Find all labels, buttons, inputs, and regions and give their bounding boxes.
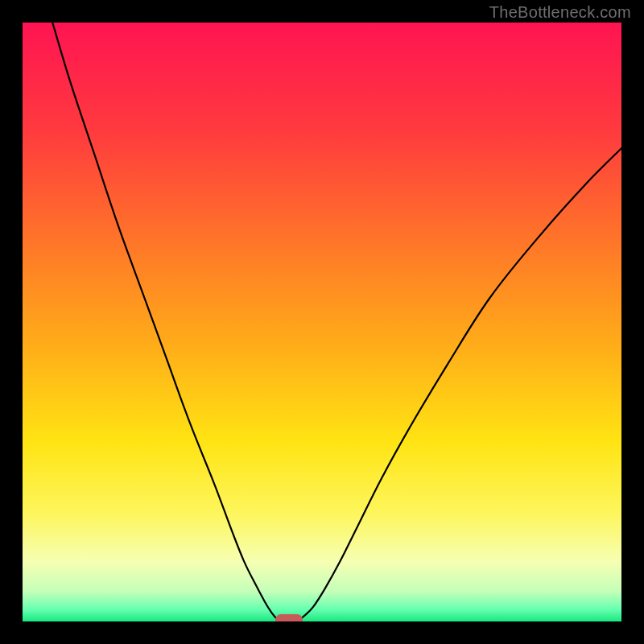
curve-left (52, 23, 280, 621)
curve-right (298, 148, 621, 621)
curve-layer (23, 23, 621, 621)
outer-frame: TheBottleneck.com (0, 0, 644, 644)
plot-area (23, 23, 621, 621)
watermark-text: TheBottleneck.com (489, 3, 631, 22)
bottleneck-marker (275, 614, 303, 621)
